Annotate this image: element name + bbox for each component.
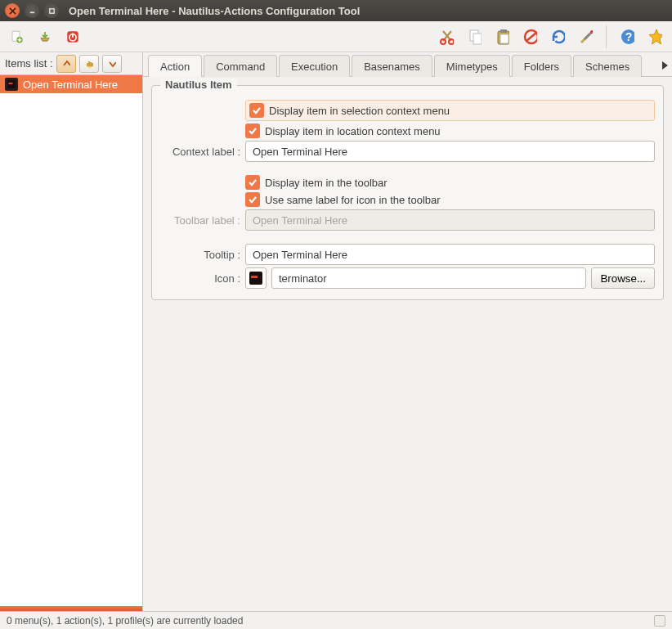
toolbar-label-input <box>245 209 655 231</box>
checkbox-selection[interactable] <box>249 103 264 118</box>
chevron-down-icon <box>108 59 116 69</box>
tooltip-input[interactable] <box>245 244 655 265</box>
sort-manual-button[interactable] <box>79 55 99 73</box>
about-button[interactable] <box>643 25 667 49</box>
checkbox-same-label-label: Use same label for icon in the toolbar <box>265 194 441 206</box>
context-label-input[interactable] <box>245 141 655 162</box>
help-icon: ? <box>620 28 634 46</box>
items-list-label: Items list : <box>5 57 53 70</box>
tab-folders[interactable]: Folders <box>512 55 571 77</box>
help-button[interactable]: ? <box>615 25 639 49</box>
tree-item[interactable]: Open Terminal Here <box>0 75 142 93</box>
triangle-right-icon <box>661 61 669 70</box>
status-text: 0 menu(s), 1 action(s), 1 profile(s) are… <box>7 615 243 627</box>
window-minimize-button[interactable] <box>25 3 39 18</box>
svg-rect-17 <box>9 83 13 84</box>
copy-icon <box>467 28 482 46</box>
terminal-icon <box>249 272 262 285</box>
quit-button[interactable] <box>60 25 85 49</box>
icon-label: Icon : <box>160 272 245 285</box>
checkbox-same-label[interactable] <box>245 192 260 207</box>
sort-desc-button[interactable] <box>102 55 122 73</box>
window-close-button[interactable] <box>5 3 20 18</box>
svg-text:?: ? <box>625 30 633 43</box>
terminal-icon <box>5 78 18 91</box>
checkmark-icon <box>248 177 258 187</box>
tab-action[interactable]: Action <box>148 55 202 77</box>
tab-execution[interactable]: Execution <box>279 55 350 77</box>
tab-schemes[interactable]: Schemes <box>573 55 642 77</box>
svg-rect-11 <box>500 34 508 43</box>
paste-button[interactable] <box>490 25 514 49</box>
cut-button[interactable] <box>434 25 459 49</box>
tooltip-label: Tooltip : <box>160 249 245 261</box>
power-icon <box>65 28 80 46</box>
window-maximize-button[interactable] <box>44 3 59 18</box>
display-selection-row[interactable]: Display item in selection context menu <box>245 100 655 121</box>
save-icon <box>38 28 52 46</box>
forbidden-icon <box>522 28 537 46</box>
tree-item-label: Open Terminal Here <box>23 79 118 91</box>
checkmark-icon <box>248 195 258 204</box>
chevron-up-icon <box>62 59 70 69</box>
window-titlebar: Open Terminal Here - Nautilus-Actions Co… <box>0 0 672 21</box>
checkmark-icon <box>252 106 262 115</box>
svg-point-5 <box>441 39 446 44</box>
refresh-icon <box>550 28 565 46</box>
checkbox-location-label: Display item in location context menu <box>265 125 441 137</box>
preferences-button[interactable] <box>573 25 598 49</box>
icon-input[interactable] <box>271 267 586 289</box>
sort-asc-button[interactable] <box>56 55 76 73</box>
nautilus-item-group: Nautilus Item Display item in selection … <box>151 85 664 300</box>
document-new-icon <box>10 28 25 46</box>
svg-rect-10 <box>500 29 507 33</box>
toolbar-separator <box>606 25 607 48</box>
tab-bar: Action Command Execution Basenames Mimet… <box>143 52 672 77</box>
checkbox-selection-label: Display item in selection context menu <box>269 105 450 117</box>
context-label: Context label : <box>160 146 245 158</box>
copy-button[interactable] <box>462 25 486 49</box>
svg-rect-0 <box>49 8 53 12</box>
svg-point-6 <box>449 39 454 44</box>
new-action-button[interactable] <box>5 25 29 49</box>
window-title: Open Terminal Here - Nautilus-Actions Co… <box>69 5 360 17</box>
group-title: Nautilus Item <box>160 79 237 91</box>
save-button[interactable] <box>33 25 57 49</box>
tab-basenames[interactable]: Basenames <box>352 55 432 77</box>
main-toolbar: ? <box>0 21 672 52</box>
icon-preview <box>245 267 267 289</box>
paste-icon <box>495 28 509 46</box>
status-bar: 0 menu(s), 1 action(s), 1 profile(s) are… <box>0 611 672 629</box>
star-icon <box>647 28 662 46</box>
scissors-icon <box>439 28 454 46</box>
tab-command[interactable]: Command <box>204 55 277 77</box>
toolbar-label: Toolbar label : <box>160 214 245 227</box>
reload-button[interactable] <box>545 25 570 49</box>
tab-mimetypes[interactable]: Mimetypes <box>434 55 510 77</box>
checkbox-location[interactable] <box>245 124 260 138</box>
delete-button[interactable] <box>517 25 542 49</box>
tools-icon <box>578 28 593 46</box>
checkbox-toolbar[interactable] <box>245 175 260 190</box>
items-tree[interactable]: Open Terminal Here <box>0 75 142 606</box>
checkmark-icon <box>248 126 258 136</box>
hand-icon <box>85 59 93 69</box>
tab-scroll-right[interactable] <box>657 55 672 76</box>
svg-rect-19 <box>251 276 258 278</box>
checkbox-toolbar-label: Display item in the toolbar <box>265 177 388 189</box>
svg-rect-8 <box>473 34 482 44</box>
resize-grip[interactable] <box>654 615 665 627</box>
browse-button[interactable]: Browse... <box>591 267 655 289</box>
